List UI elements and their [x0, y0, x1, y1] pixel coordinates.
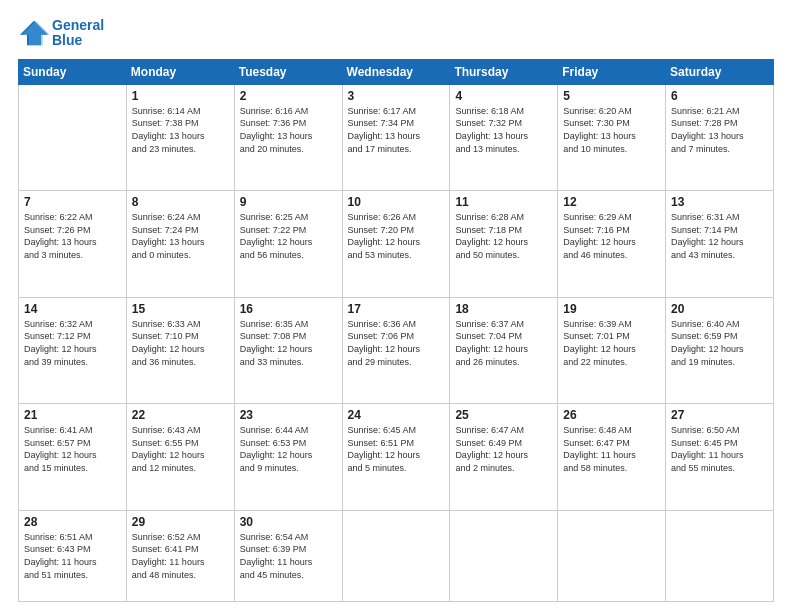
calendar-cell: 29Sunrise: 6:52 AMSunset: 6:41 PMDayligh…: [126, 510, 234, 601]
calendar-cell: 21Sunrise: 6:41 AMSunset: 6:57 PMDayligh…: [19, 404, 127, 510]
calendar-cell: 25Sunrise: 6:47 AMSunset: 6:49 PMDayligh…: [450, 404, 558, 510]
calendar-cell: [342, 510, 450, 601]
day-number: 4: [455, 89, 552, 103]
cell-info: Sunrise: 6:20 AMSunset: 7:30 PMDaylight:…: [563, 105, 660, 155]
day-number: 11: [455, 195, 552, 209]
cell-info: Sunrise: 6:22 AMSunset: 7:26 PMDaylight:…: [24, 211, 121, 261]
day-number: 20: [671, 302, 768, 316]
day-number: 25: [455, 408, 552, 422]
logo-icon: [18, 19, 50, 47]
cell-info: Sunrise: 6:24 AMSunset: 7:24 PMDaylight:…: [132, 211, 229, 261]
cell-info: Sunrise: 6:29 AMSunset: 7:16 PMDaylight:…: [563, 211, 660, 261]
cell-info: Sunrise: 6:21 AMSunset: 7:28 PMDaylight:…: [671, 105, 768, 155]
calendar-cell: 8Sunrise: 6:24 AMSunset: 7:24 PMDaylight…: [126, 191, 234, 297]
calendar-cell: 12Sunrise: 6:29 AMSunset: 7:16 PMDayligh…: [558, 191, 666, 297]
calendar-cell: 27Sunrise: 6:50 AMSunset: 6:45 PMDayligh…: [666, 404, 774, 510]
day-number: 9: [240, 195, 337, 209]
cell-info: Sunrise: 6:35 AMSunset: 7:08 PMDaylight:…: [240, 318, 337, 368]
cell-info: Sunrise: 6:33 AMSunset: 7:10 PMDaylight:…: [132, 318, 229, 368]
cell-info: Sunrise: 6:37 AMSunset: 7:04 PMDaylight:…: [455, 318, 552, 368]
cell-info: Sunrise: 6:43 AMSunset: 6:55 PMDaylight:…: [132, 424, 229, 474]
logo: General Blue: [18, 18, 104, 49]
calendar-cell: [19, 84, 127, 190]
calendar-cell: 18Sunrise: 6:37 AMSunset: 7:04 PMDayligh…: [450, 297, 558, 403]
day-number: 19: [563, 302, 660, 316]
day-number: 5: [563, 89, 660, 103]
calendar-cell: 28Sunrise: 6:51 AMSunset: 6:43 PMDayligh…: [19, 510, 127, 601]
day-number: 21: [24, 408, 121, 422]
day-number: 26: [563, 408, 660, 422]
calendar-cell: 7Sunrise: 6:22 AMSunset: 7:26 PMDaylight…: [19, 191, 127, 297]
day-number: 1: [132, 89, 229, 103]
cell-info: Sunrise: 6:52 AMSunset: 6:41 PMDaylight:…: [132, 531, 229, 581]
day-number: 3: [348, 89, 445, 103]
cell-info: Sunrise: 6:31 AMSunset: 7:14 PMDaylight:…: [671, 211, 768, 261]
day-number: 30: [240, 515, 337, 529]
calendar-cell: [666, 510, 774, 601]
cell-info: Sunrise: 6:48 AMSunset: 6:47 PMDaylight:…: [563, 424, 660, 474]
weekday-header-row: SundayMondayTuesdayWednesdayThursdayFrid…: [19, 59, 774, 84]
day-number: 6: [671, 89, 768, 103]
cell-info: Sunrise: 6:26 AMSunset: 7:20 PMDaylight:…: [348, 211, 445, 261]
cell-info: Sunrise: 6:25 AMSunset: 7:22 PMDaylight:…: [240, 211, 337, 261]
day-number: 17: [348, 302, 445, 316]
week-row-1: 1Sunrise: 6:14 AMSunset: 7:38 PMDaylight…: [19, 84, 774, 190]
day-number: 23: [240, 408, 337, 422]
calendar-cell: 10Sunrise: 6:26 AMSunset: 7:20 PMDayligh…: [342, 191, 450, 297]
calendar-cell: 6Sunrise: 6:21 AMSunset: 7:28 PMDaylight…: [666, 84, 774, 190]
logo-text: General Blue: [52, 18, 104, 49]
calendar-cell: 15Sunrise: 6:33 AMSunset: 7:10 PMDayligh…: [126, 297, 234, 403]
week-row-2: 7Sunrise: 6:22 AMSunset: 7:26 PMDaylight…: [19, 191, 774, 297]
day-number: 18: [455, 302, 552, 316]
weekday-header-thursday: Thursday: [450, 59, 558, 84]
calendar-cell: 4Sunrise: 6:18 AMSunset: 7:32 PMDaylight…: [450, 84, 558, 190]
calendar-cell: 14Sunrise: 6:32 AMSunset: 7:12 PMDayligh…: [19, 297, 127, 403]
cell-info: Sunrise: 6:28 AMSunset: 7:18 PMDaylight:…: [455, 211, 552, 261]
day-number: 24: [348, 408, 445, 422]
day-number: 14: [24, 302, 121, 316]
weekday-header-monday: Monday: [126, 59, 234, 84]
calendar-cell: [450, 510, 558, 601]
cell-info: Sunrise: 6:45 AMSunset: 6:51 PMDaylight:…: [348, 424, 445, 474]
week-row-3: 14Sunrise: 6:32 AMSunset: 7:12 PMDayligh…: [19, 297, 774, 403]
day-number: 12: [563, 195, 660, 209]
day-number: 16: [240, 302, 337, 316]
day-number: 22: [132, 408, 229, 422]
cell-info: Sunrise: 6:40 AMSunset: 6:59 PMDaylight:…: [671, 318, 768, 368]
cell-info: Sunrise: 6:32 AMSunset: 7:12 PMDaylight:…: [24, 318, 121, 368]
calendar-cell: 9Sunrise: 6:25 AMSunset: 7:22 PMDaylight…: [234, 191, 342, 297]
calendar-cell: 16Sunrise: 6:35 AMSunset: 7:08 PMDayligh…: [234, 297, 342, 403]
calendar-cell: [558, 510, 666, 601]
cell-info: Sunrise: 6:50 AMSunset: 6:45 PMDaylight:…: [671, 424, 768, 474]
weekday-header-wednesday: Wednesday: [342, 59, 450, 84]
cell-info: Sunrise: 6:54 AMSunset: 6:39 PMDaylight:…: [240, 531, 337, 581]
page: General Blue SundayMondayTuesdayWednesda…: [0, 0, 792, 612]
calendar-table: SundayMondayTuesdayWednesdayThursdayFrid…: [18, 59, 774, 602]
cell-info: Sunrise: 6:39 AMSunset: 7:01 PMDaylight:…: [563, 318, 660, 368]
calendar-cell: 20Sunrise: 6:40 AMSunset: 6:59 PMDayligh…: [666, 297, 774, 403]
calendar-cell: 22Sunrise: 6:43 AMSunset: 6:55 PMDayligh…: [126, 404, 234, 510]
weekday-header-saturday: Saturday: [666, 59, 774, 84]
weekday-header-sunday: Sunday: [19, 59, 127, 84]
weekday-header-friday: Friday: [558, 59, 666, 84]
calendar-cell: 3Sunrise: 6:17 AMSunset: 7:34 PMDaylight…: [342, 84, 450, 190]
cell-info: Sunrise: 6:51 AMSunset: 6:43 PMDaylight:…: [24, 531, 121, 581]
calendar-cell: 26Sunrise: 6:48 AMSunset: 6:47 PMDayligh…: [558, 404, 666, 510]
day-number: 27: [671, 408, 768, 422]
weekday-header-tuesday: Tuesday: [234, 59, 342, 84]
day-number: 28: [24, 515, 121, 529]
day-number: 13: [671, 195, 768, 209]
calendar-cell: 2Sunrise: 6:16 AMSunset: 7:36 PMDaylight…: [234, 84, 342, 190]
cell-info: Sunrise: 6:16 AMSunset: 7:36 PMDaylight:…: [240, 105, 337, 155]
calendar-cell: 30Sunrise: 6:54 AMSunset: 6:39 PMDayligh…: [234, 510, 342, 601]
cell-info: Sunrise: 6:41 AMSunset: 6:57 PMDaylight:…: [24, 424, 121, 474]
day-number: 8: [132, 195, 229, 209]
cell-info: Sunrise: 6:17 AMSunset: 7:34 PMDaylight:…: [348, 105, 445, 155]
day-number: 15: [132, 302, 229, 316]
day-number: 2: [240, 89, 337, 103]
cell-info: Sunrise: 6:47 AMSunset: 6:49 PMDaylight:…: [455, 424, 552, 474]
week-row-5: 28Sunrise: 6:51 AMSunset: 6:43 PMDayligh…: [19, 510, 774, 601]
day-number: 10: [348, 195, 445, 209]
cell-info: Sunrise: 6:44 AMSunset: 6:53 PMDaylight:…: [240, 424, 337, 474]
calendar-cell: 17Sunrise: 6:36 AMSunset: 7:06 PMDayligh…: [342, 297, 450, 403]
